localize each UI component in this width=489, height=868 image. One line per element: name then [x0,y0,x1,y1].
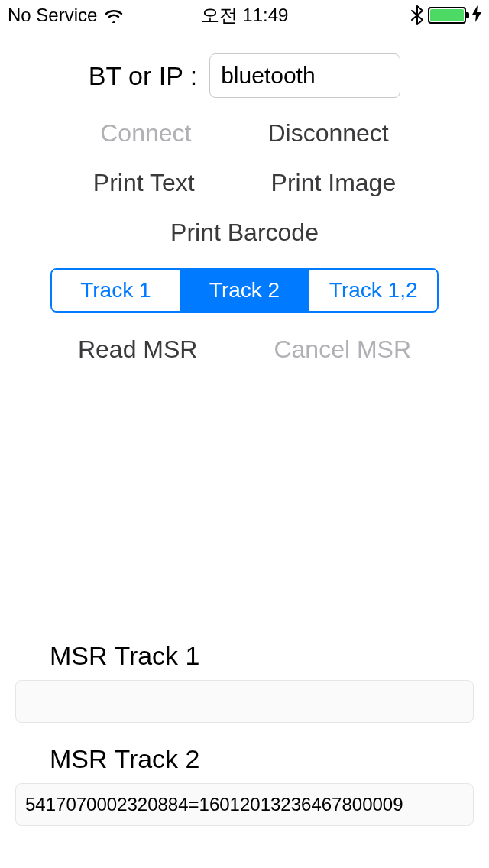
msr-row: Read MSR Cancel MSR [0,335,489,364]
cancel-msr-button[interactable]: Cancel MSR [274,335,411,364]
track-segmented-control[interactable]: Track 1 Track 2 Track 1,2 [50,268,439,313]
print-row-2: Print Barcode [0,219,489,247]
segment-track-1[interactable]: Track 1 [52,270,180,311]
disconnect-button[interactable]: Disconnect [267,119,388,147]
charging-icon [472,5,481,26]
connection-label: BT or IP : [89,61,197,91]
status-left: No Service [8,5,125,26]
print-image-button[interactable]: Print Image [271,169,397,197]
battery-icon [428,7,466,24]
bluetooth-icon [411,5,423,25]
connect-row: Connect Disconnect [0,119,489,147]
status-bar: No Service 오전 11:49 [0,0,489,31]
segment-track-12[interactable]: Track 1,2 [308,270,437,311]
print-row-1: Print Text Print Image [0,169,489,197]
msr-track-1-field[interactable] [15,680,474,723]
msr-track-1-label: MSR Track 1 [50,641,474,671]
print-barcode-button[interactable]: Print Barcode [170,219,319,247]
wifi-icon [103,8,125,23]
segment-track-2[interactable]: Track 2 [180,270,309,311]
msr-track-2-field[interactable]: 5417070002320884=16012013236467800009 [15,783,474,826]
main-content: BT or IP : Connect Disconnect Print Text… [0,31,489,364]
read-msr-button[interactable]: Read MSR [78,335,198,364]
connection-input[interactable] [209,53,400,98]
connection-row: BT or IP : [0,53,489,98]
msr-track-2-label: MSR Track 2 [50,744,474,774]
carrier-text: No Service [8,5,97,26]
status-right [411,5,481,26]
msr-output-section: MSR Track 1 MSR Track 2 5417070002320884… [0,641,489,826]
connect-button[interactable]: Connect [100,119,191,147]
print-text-button[interactable]: Print Text [93,169,195,197]
